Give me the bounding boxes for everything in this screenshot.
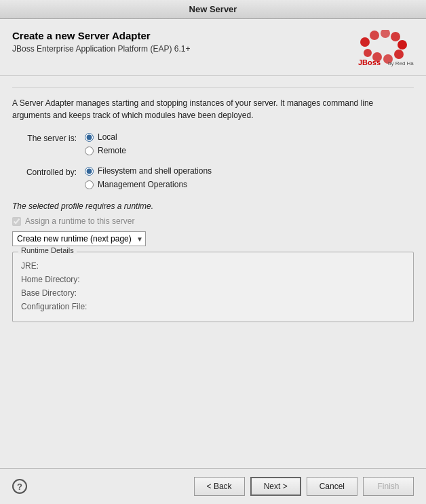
finish-button[interactable]: Finish <box>363 477 414 496</box>
controlled-by-management-radio[interactable] <box>85 180 94 189</box>
svg-point-3 <box>391 32 400 41</box>
runtime-details-legend: Runtime Details <box>18 246 77 254</box>
controlled-by-group: Controlled by: Filesystem and shell oper… <box>12 166 414 189</box>
help-button[interactable]: ? <box>12 479 27 494</box>
svg-point-5 <box>394 50 404 59</box>
runtime-config-field: Configuration File: <box>21 300 405 313</box>
assign-runtime-label: Assign a runtime to this server <box>25 216 134 226</box>
window-title: New Server <box>189 4 237 14</box>
svg-point-2 <box>381 30 390 38</box>
controlled-by-label: Controlled by: <box>12 166 77 177</box>
header-title: Create a new Server Adapter <box>12 30 353 41</box>
server-is-remote-item[interactable]: Remote <box>85 146 126 155</box>
controlled-by-filesystem-radio[interactable] <box>85 167 94 176</box>
content-section: A Server Adapter manages starting and st… <box>0 76 426 468</box>
runtime-config-label: Configuration File: <box>21 302 87 311</box>
server-is-options: Local Remote <box>85 132 126 155</box>
svg-point-8 <box>364 49 372 57</box>
header-text: Create a new Server Adapter JBoss Enterp… <box>12 30 353 54</box>
assign-runtime-checkbox[interactable] <box>12 217 21 226</box>
window-title-bar: New Server <box>0 0 426 19</box>
server-is-remote-radio[interactable] <box>85 147 94 155</box>
runtime-base-label: Base Directory: <box>21 288 77 298</box>
dropdown-row: Create new runtime (next page) ▼ <box>12 231 414 246</box>
cancel-button[interactable]: Cancel <box>307 477 357 496</box>
controlled-by-filesystem-label[interactable]: Filesystem and shell operations <box>98 166 212 176</box>
runtime-jre-label: JRE: <box>21 261 39 271</box>
back-button[interactable]: < Back <box>194 477 245 496</box>
footer-left: ? <box>12 479 27 494</box>
footer-buttons: < Back Next > Cancel Finish <box>194 477 414 496</box>
runtime-home-field: Home Directory: <box>21 273 405 286</box>
assign-checkbox-row: Assign a runtime to this server <box>12 216 414 226</box>
controlled-by-management-item[interactable]: Management Operations <box>85 180 212 189</box>
runtime-jre-field: JRE: <box>21 259 405 273</box>
controlled-by-options: Filesystem and shell operations Manageme… <box>85 166 212 189</box>
controlled-by-management-label[interactable]: Management Operations <box>98 180 187 189</box>
jboss-logo: JBoss by Red Hat <box>353 30 414 67</box>
server-is-remote-label[interactable]: Remote <box>98 146 126 155</box>
runtime-dropdown-wrapper: Create new runtime (next page) ▼ <box>12 231 146 246</box>
svg-text:JBoss: JBoss <box>358 58 381 66</box>
server-is-label: The server is: <box>12 132 77 143</box>
runtime-details-box: Runtime Details JRE: Home Directory: Bas… <box>12 252 414 322</box>
controlled-by-filesystem-item[interactable]: Filesystem and shell operations <box>85 166 212 176</box>
server-is-group: The server is: Local Remote <box>12 132 414 155</box>
server-is-local-radio[interactable] <box>85 133 94 142</box>
header-section: Create a new Server Adapter JBoss Enterp… <box>0 19 426 76</box>
profile-section: The selected profile requires a runtime.… <box>12 201 414 322</box>
server-is-local-label[interactable]: Local <box>98 132 117 142</box>
footer-section: ? < Back Next > Cancel Finish <box>0 468 426 504</box>
runtime-home-label: Home Directory: <box>21 275 80 284</box>
svg-point-1 <box>370 31 379 40</box>
server-is-local-item[interactable]: Local <box>85 132 126 142</box>
runtime-dropdown[interactable]: Create new runtime (next page) <box>12 231 146 246</box>
runtime-base-field: Base Directory: <box>21 286 405 300</box>
svg-point-4 <box>398 40 407 50</box>
profile-message: The selected profile requires a runtime. <box>12 201 414 211</box>
svg-point-0 <box>360 37 370 47</box>
header-subtitle: JBoss Enterprise Application Platform (E… <box>12 44 353 54</box>
next-button[interactable]: Next > <box>250 477 301 496</box>
description-text: A Server Adapter manages starting and st… <box>12 87 414 121</box>
svg-text:by Red Hat: by Red Hat <box>388 60 414 66</box>
